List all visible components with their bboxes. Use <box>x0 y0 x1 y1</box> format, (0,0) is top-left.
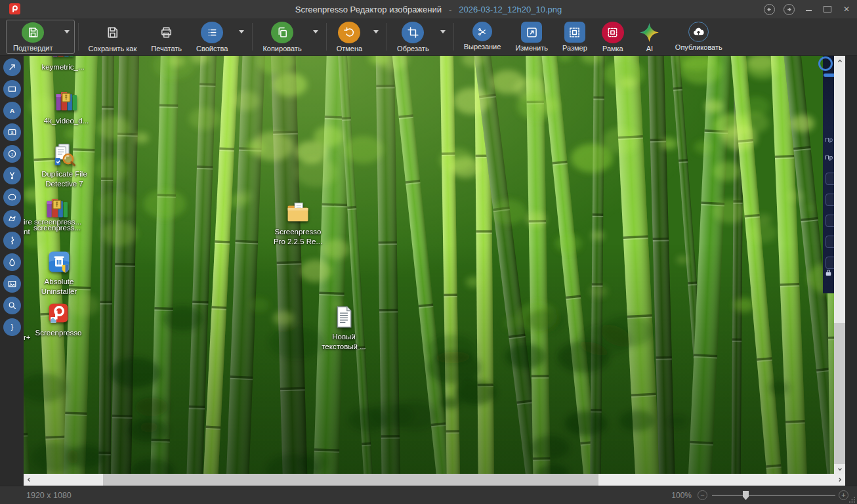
zoom-out-button[interactable]: − <box>698 490 707 500</box>
size-button[interactable]: Размер <box>556 20 594 54</box>
chevron-down-icon <box>313 30 318 33</box>
ai-star-icon <box>638 22 661 43</box>
undo-button[interactable]: Отмена <box>330 20 369 54</box>
zoom-in-button[interactable]: + <box>839 490 848 500</box>
crop-button[interactable]: Обрезать <box>390 20 436 54</box>
forward-button[interactable] <box>784 4 795 15</box>
back-button[interactable] <box>764 4 775 15</box>
save-icon <box>22 22 44 43</box>
cut-button[interactable]: Вырезание <box>457 20 508 54</box>
edit-button[interactable]: Изменить <box>509 20 554 54</box>
ai-button[interactable]: AI <box>632 20 667 54</box>
window-controls: ✕ <box>764 0 852 18</box>
textbox-icon: a <box>7 127 18 138</box>
screenpresso-icon <box>46 301 71 328</box>
padlock-icon <box>824 268 833 277</box>
desktop-icon-label: текстовый ... <box>322 342 366 352</box>
numbering-tool[interactable]: 1 <box>3 145 21 163</box>
toolbar-separator <box>326 23 327 51</box>
undo-icon <box>338 22 360 43</box>
panel-label: Пр <box>825 154 833 161</box>
brace-tool[interactable]: } <box>3 318 21 336</box>
arrow-tool[interactable] <box>3 58 21 76</box>
edit-button-group: Изменить <box>509 20 554 54</box>
maximize-button[interactable] <box>822 3 833 15</box>
rect-icon <box>7 83 18 94</box>
panel-box-fragment <box>826 194 834 206</box>
panel-box-fragment <box>826 257 834 269</box>
properties-button-dropdown[interactable] <box>234 20 249 43</box>
blur-tool[interactable] <box>3 253 21 271</box>
freehand-tool[interactable] <box>3 232 21 249</box>
cloud-upload-icon <box>688 22 709 42</box>
close-button[interactable]: ✕ <box>841 3 852 15</box>
desktop-icon-keymetric: keymetric_... <box>33 56 93 72</box>
print-button[interactable]: Печатать <box>144 20 188 54</box>
save-as-button[interactable]: Сохранить как <box>82 20 144 54</box>
rectangle-tool[interactable] <box>3 80 21 98</box>
crop-icon <box>402 22 424 43</box>
minimize-icon <box>806 10 812 11</box>
publish-button-group: Опубликовать <box>669 20 729 54</box>
vertical-scroll-thumb[interactable] <box>834 66 845 323</box>
scroll-down-button[interactable] <box>834 464 845 474</box>
copy-button-dropdown[interactable] <box>308 20 323 43</box>
right-gutter <box>845 56 857 474</box>
resize-grip[interactable] <box>849 496 856 503</box>
svg-text:}: } <box>10 323 13 331</box>
desktop-icon-label: Duplicate File <box>41 169 87 179</box>
desktop-icon-label: Uninstaller <box>41 287 77 297</box>
close-icon: ✕ <box>843 5 850 13</box>
text-icon: A <box>7 105 18 116</box>
toolbar-separator <box>453 23 454 51</box>
polygon-tool[interactable] <box>3 210 21 228</box>
chevron-up-icon <box>837 58 843 64</box>
canvas-viewport[interactable]: keymetric_...4k_video_d...Duplicate File… <box>24 56 834 474</box>
undo-button-group: Отмена <box>330 20 383 54</box>
minimize-button[interactable] <box>803 3 814 15</box>
desktop-icon-label: Screenpresso <box>35 328 82 338</box>
size-button-label: Размер <box>562 44 587 52</box>
horizontal-scroll-thumb[interactable] <box>103 474 598 486</box>
highlighter-tool[interactable] <box>3 167 21 184</box>
chevron-down-icon <box>373 30 379 33</box>
crop-button-group: Обрезать <box>390 20 450 54</box>
crop-button-dropdown[interactable] <box>436 20 450 43</box>
publish-button[interactable]: Опубликовать <box>669 20 729 54</box>
polygon-icon <box>7 213 18 224</box>
desktop-icon-label: Новый <box>332 332 356 342</box>
text-doc-icon <box>331 304 356 332</box>
undo-button-dropdown[interactable] <box>369 20 383 43</box>
number-icon: 1 <box>7 148 18 159</box>
zoom-slider-thumb[interactable] <box>743 491 749 500</box>
border-button[interactable]: Рамка <box>595 20 631 54</box>
scroll-left-button[interactable] <box>24 474 34 486</box>
properties-button[interactable]: Свойства <box>190 20 234 54</box>
captured-panel-fragment: Пр Пр <box>823 56 834 293</box>
ellipse-tool[interactable] <box>3 188 21 206</box>
duplicate-detective-icon <box>52 142 77 169</box>
save-as-button-group: Сохранить как <box>82 20 144 54</box>
scroll-up-button[interactable] <box>834 56 845 66</box>
textbox-tool[interactable]: a <box>3 123 21 141</box>
svg-text:A: A <box>9 107 14 114</box>
vertical-scrollbar[interactable] <box>834 56 845 474</box>
copy-button[interactable]: Копировать <box>256 20 308 54</box>
captured-desktop-icons: keymetric_...4k_video_d...Duplicate File… <box>24 56 834 474</box>
chevron-down-icon <box>239 30 244 33</box>
stamp-frame-icon <box>602 22 624 43</box>
zoom-slider[interactable] <box>712 495 835 496</box>
absolute-uninstaller-icon <box>47 249 72 277</box>
text-tool[interactable]: A <box>3 102 21 119</box>
horizontal-scrollbar[interactable] <box>24 474 845 486</box>
panel-box-fragment <box>826 236 834 248</box>
image-tool[interactable] <box>3 275 21 293</box>
zoom-percent: 100% <box>671 491 692 500</box>
brace-icon: } <box>7 322 18 333</box>
panel-label: Пр <box>825 136 833 143</box>
confirm-button[interactable]: Подтвердит <box>7 20 60 53</box>
scroll-right-button[interactable] <box>835 474 845 486</box>
magnifier-tool[interactable] <box>3 297 21 314</box>
confirm-button-dropdown[interactable] <box>60 20 74 43</box>
back-arrow-icon <box>766 7 772 12</box>
